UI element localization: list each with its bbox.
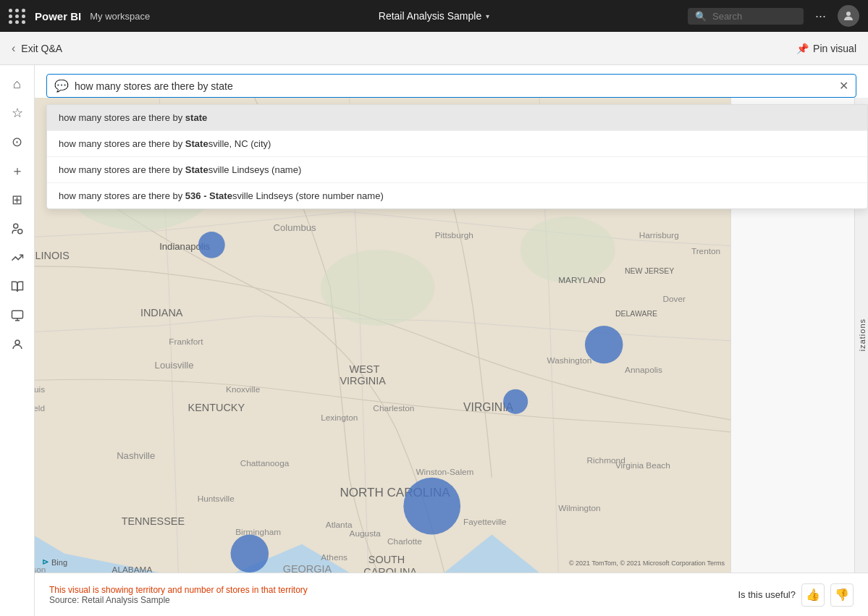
svg-text:Harrisburg: Harrisburg — [639, 230, 679, 240]
svg-text:ILLINOIS: ILLINOIS — [35, 250, 69, 261]
report-chevron-icon[interactable]: ▾ — [486, 12, 489, 20]
svg-point-55 — [198, 232, 225, 258]
main-layout: ⌂ ☆ ⊙ ＋ ⊞ 💬 ✕ — [0, 65, 868, 616]
svg-point-57 — [403, 478, 460, 535]
svg-text:GEORGIA: GEORGIA — [283, 563, 332, 573]
svg-text:Annapolis: Annapolis — [625, 365, 662, 375]
svg-point-58 — [503, 389, 528, 414]
svg-point-11 — [521, 216, 615, 283]
svg-text:Knoxville: Knoxville — [226, 384, 261, 395]
exit-qa-button[interactable]: ‹ Exit Q&A — [12, 42, 62, 55]
sidebar-item-create[interactable]: ＋ — [4, 158, 30, 184]
ac-bold-0: state — [185, 112, 207, 123]
bottom-info-line1: This visual is showing territory and num… — [49, 585, 308, 595]
svg-text:TENNESSEE: TENNESSEE — [122, 515, 185, 527]
autocomplete-item-0[interactable]: how many stores are there by state — [47, 105, 867, 131]
workspace-name[interactable]: My workspace — [90, 11, 150, 22]
sidebar-item-learn[interactable] — [4, 274, 30, 300]
app-name: Power BI — [35, 10, 81, 22]
svg-point-6 — [15, 340, 20, 345]
svg-text:Springfield: Springfield — [35, 403, 45, 413]
bing-label: Bing — [51, 558, 67, 567]
qa-input-area: 💬 ✕ how many stores are there by state h… — [35, 65, 868, 98]
sidebar-item-workspaces[interactable] — [4, 303, 30, 329]
svg-text:Wilmington: Wilmington — [558, 503, 600, 513]
top-bar-center: Retail Analysis Sample ▾ — [379, 10, 489, 22]
bing-icon: ⊳ — [42, 557, 49, 567]
autocomplete-item-2[interactable]: how many stores are there by Statesville… — [47, 157, 867, 183]
svg-text:Nashville: Nashville — [117, 450, 155, 461]
svg-text:Frankfort: Frankfort — [169, 337, 203, 347]
search-input[interactable] — [712, 11, 792, 22]
sidebar-item-home[interactable]: ⌂ — [4, 71, 30, 97]
sidebar-item-account[interactable] — [4, 332, 30, 358]
qa-clear-button[interactable]: ✕ — [839, 79, 848, 93]
svg-point-59 — [231, 535, 269, 573]
qa-input-box: 💬 ✕ — [46, 74, 856, 98]
svg-text:Charlotte: Charlotte — [387, 536, 422, 547]
svg-text:Atlanta: Atlanta — [326, 520, 353, 530]
qa-text-input[interactable] — [75, 80, 833, 92]
thumbs-down-button[interactable]: 👎 — [830, 583, 854, 607]
svg-text:INDIANA: INDIANA — [140, 307, 183, 318]
svg-text:KENTUCKY: KENTUCKY — [188, 402, 245, 413]
svg-text:VIRGINIA: VIRGINIA — [340, 375, 386, 387]
sidebar-item-favorites[interactable]: ☆ — [4, 100, 30, 126]
pin-visual-button[interactable]: 📌 Pin visual — [796, 43, 856, 54]
svg-text:Huntsville: Huntsville — [198, 494, 235, 504]
search-box[interactable]: 🔍 — [688, 8, 804, 25]
svg-text:Charleston: Charleston — [373, 403, 414, 413]
svg-point-2 — [17, 229, 22, 234]
sidebar-item-dms[interactable] — [4, 216, 30, 242]
svg-text:DELAWARE: DELAWARE — [615, 310, 657, 318]
svg-text:Louis: Louis — [35, 384, 45, 395]
svg-text:CAROLINA: CAROLINA — [363, 566, 417, 573]
svg-text:Louisville: Louisville — [155, 360, 194, 371]
svg-text:Birmingham: Birmingham — [235, 527, 281, 537]
map-copyright: © 2021 TomTom, © 2021 Microsoft Corporat… — [569, 560, 725, 567]
bottom-right: Is this useful? 👍 👎 — [738, 583, 854, 607]
ac-bold-1: State — [185, 138, 208, 149]
exit-qa-label: Exit Q&A — [21, 43, 62, 54]
pin-icon: 📌 — [796, 43, 809, 54]
svg-text:Trenton: Trenton — [691, 246, 720, 256]
apps-grid-icon[interactable] — [9, 9, 26, 24]
svg-text:Washington: Washington — [547, 355, 591, 366]
autocomplete-item-3[interactable]: how many stores are there by 536 - State… — [47, 183, 867, 208]
svg-text:Lexington: Lexington — [321, 413, 358, 423]
svg-text:Fayetteville: Fayetteville — [463, 517, 507, 527]
svg-text:Dover: Dover — [663, 294, 686, 304]
back-arrow-icon: ‹ — [12, 42, 15, 55]
svg-text:Augusta: Augusta — [350, 528, 382, 539]
user-avatar[interactable] — [838, 5, 859, 27]
more-options-button[interactable]: ··· — [811, 7, 830, 25]
second-bar: ‹ Exit Q&A 📌 Pin visual — [0, 32, 868, 65]
svg-text:NEW JERSEY: NEW JERSEY — [625, 267, 674, 275]
svg-text:Chattanooga: Chattanooga — [240, 458, 290, 468]
bottom-info: This visual is showing territory and num… — [49, 585, 308, 605]
top-bar: Power BI My workspace Retail Analysis Sa… — [0, 0, 868, 32]
svg-text:SOUTH: SOUTH — [368, 554, 405, 565]
left-sidebar: ⌂ ☆ ⊙ ＋ ⊞ — [0, 65, 35, 616]
svg-point-10 — [321, 250, 434, 326]
bing-watermark: ⊳ Bing — [42, 557, 67, 567]
svg-point-1 — [13, 224, 17, 228]
autocomplete-item-1[interactable]: how many stores are there by Statesville… — [47, 131, 867, 157]
ac-bold-2: State — [185, 164, 208, 175]
report-title: Retail Analysis Sample — [379, 10, 481, 22]
svg-text:MARYLAND: MARYLAND — [558, 275, 605, 285]
content-area: 💬 ✕ how many stores are there by state h… — [35, 65, 868, 616]
autocomplete-dropdown: how many stores are there by state how m… — [46, 104, 868, 209]
sidebar-item-recent[interactable]: ⊙ — [4, 129, 30, 155]
svg-point-56 — [585, 326, 623, 363]
top-bar-grid: Power BI My workspace Retail Analysis Sa… — [9, 5, 859, 27]
svg-text:ALABAMA: ALABAMA — [112, 565, 153, 573]
viz-tab-label: izations — [858, 318, 867, 351]
ac-bold-3: 536 - State — [185, 190, 232, 201]
svg-text:Athens: Athens — [321, 552, 347, 562]
thumbs-up-button[interactable]: 👍 — [801, 583, 825, 607]
chat-icon: 💬 — [54, 79, 69, 93]
sidebar-item-apps[interactable]: ⊞ — [4, 187, 30, 213]
sidebar-item-metrics[interactable] — [4, 245, 30, 271]
useful-text: Is this useful? — [738, 589, 796, 600]
